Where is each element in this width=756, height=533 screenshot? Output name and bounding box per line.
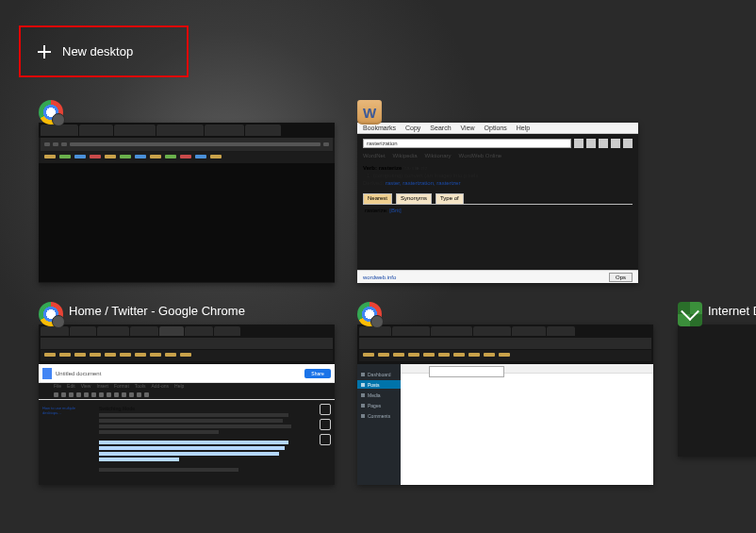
window-title: Home / Twitter - Google Chrome bbox=[69, 304, 245, 318]
new-desktop-label: New desktop bbox=[62, 44, 133, 58]
window-thumbnail: Dashboard Posts Media Pages Comments Con… bbox=[357, 325, 653, 485]
chrome-icon bbox=[39, 100, 63, 125]
window-chrome-1[interactable] bbox=[39, 100, 335, 283]
chrome-icon bbox=[39, 302, 63, 326]
wp-admin-sidebar: Dashboard Posts Media Pages Comments bbox=[357, 364, 401, 485]
idm-icon bbox=[678, 302, 702, 326]
chrome-icon bbox=[357, 302, 382, 326]
new-desktop-button[interactable]: New desktop bbox=[19, 25, 189, 77]
task-view-row-2: Home / Twitter - Google Chrome Untitled … bbox=[39, 302, 756, 485]
docs-icon bbox=[42, 368, 52, 379]
window-wordweb[interactable]: W BookmarksCopySearchViewOptionsHelp ras… bbox=[357, 100, 638, 283]
window-thumbnail: Untitled document Share FileEditViewInse… bbox=[39, 325, 335, 485]
window-chrome-twitter[interactable]: Home / Twitter - Google Chrome Untitled … bbox=[39, 302, 335, 485]
ops-button: Ops bbox=[609, 273, 633, 282]
plus-icon bbox=[38, 45, 51, 58]
wordweb-icon: W bbox=[357, 100, 382, 125]
search-field: rasterization bbox=[363, 139, 571, 148]
window-chrome-wordpress[interactable]: Dashboard Posts Media Pages Comments Con… bbox=[357, 302, 653, 485]
window-idm[interactable]: Internet Do bbox=[678, 302, 756, 485]
window-title: Internet Do bbox=[708, 304, 756, 318]
window-thumbnail: BookmarksCopySearchViewOptionsHelp raste… bbox=[357, 123, 638, 283]
window-thumbnail bbox=[678, 325, 756, 457]
window-thumbnail bbox=[39, 123, 335, 283]
share-button: Share bbox=[304, 369, 331, 378]
task-view-row-1: W BookmarksCopySearchViewOptionsHelp ras… bbox=[39, 100, 756, 283]
